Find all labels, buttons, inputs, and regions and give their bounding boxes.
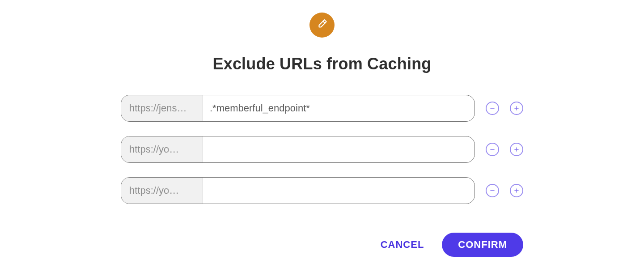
url-row: https://yo… xyxy=(121,136,523,163)
url-field: https://yo… xyxy=(121,136,475,163)
remove-url-button[interactable] xyxy=(486,143,499,156)
url-row: https://yo… xyxy=(121,177,523,204)
pencil-icon xyxy=(316,18,328,32)
url-field: https://jens… xyxy=(121,95,475,122)
plus-icon xyxy=(513,187,520,194)
add-url-button[interactable] xyxy=(510,184,523,197)
url-input[interactable] xyxy=(203,95,475,121)
modal-title: Exclude URLs from Caching xyxy=(212,55,431,73)
url-row: https://jens… xyxy=(121,95,523,122)
plus-icon xyxy=(513,146,520,153)
add-url-button[interactable] xyxy=(510,143,523,156)
cancel-button[interactable]: CANCEL xyxy=(381,239,424,251)
edit-badge xyxy=(309,13,335,38)
confirm-button[interactable]: CONFIRM xyxy=(442,233,523,257)
minus-icon xyxy=(489,105,496,111)
plus-icon xyxy=(513,105,520,111)
exclude-urls-modal: Exclude URLs from Caching https://jens… … xyxy=(121,0,523,257)
add-url-button[interactable] xyxy=(510,102,523,115)
url-input[interactable] xyxy=(203,136,475,162)
url-field: https://yo… xyxy=(121,177,475,204)
minus-icon xyxy=(489,146,496,153)
url-input[interactable] xyxy=(203,178,475,204)
minus-icon xyxy=(489,187,496,194)
url-prefix: https://yo… xyxy=(121,136,203,162)
url-rows: https://jens… https://yo… xyxy=(121,95,523,204)
url-prefix: https://jens… xyxy=(121,95,203,121)
remove-url-button[interactable] xyxy=(486,184,499,197)
url-prefix: https://yo… xyxy=(121,178,203,204)
modal-actions: CANCEL CONFIRM xyxy=(121,233,523,257)
remove-url-button[interactable] xyxy=(486,102,499,115)
